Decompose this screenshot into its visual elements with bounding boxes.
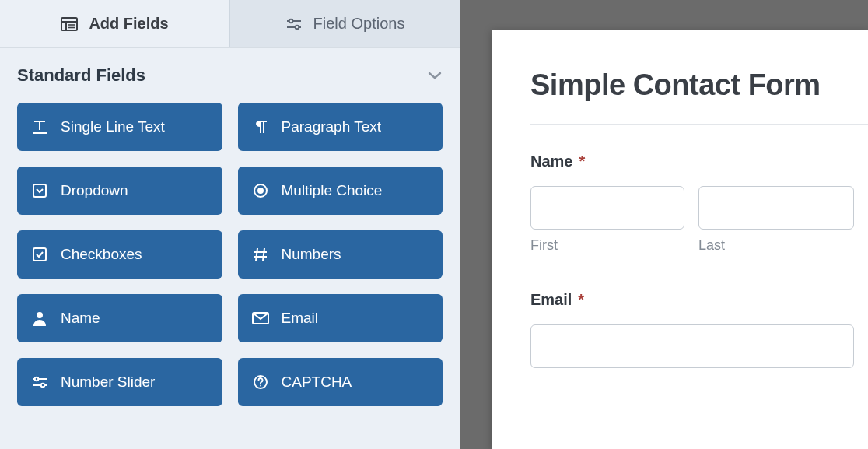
svg-rect-12 bbox=[33, 184, 46, 197]
form-icon bbox=[61, 17, 78, 31]
svg-point-6 bbox=[289, 19, 292, 23]
field-label: Name bbox=[61, 310, 100, 327]
radio-icon bbox=[252, 182, 269, 199]
field-grid: Single Line Text Paragraph Text Dro bbox=[17, 103, 443, 422]
svg-point-23 bbox=[35, 377, 39, 381]
svg-line-16 bbox=[256, 248, 257, 261]
field-paragraph-text[interactable]: Paragraph Text bbox=[238, 103, 443, 151]
tab-label: Add Fields bbox=[89, 15, 168, 33]
standard-fields-section: Standard Fields Single Line Text bbox=[0, 48, 460, 422]
field-label: Numbers bbox=[282, 246, 341, 263]
svg-point-20 bbox=[37, 312, 43, 318]
required-mark: * bbox=[578, 291, 584, 309]
name-last-col: Last bbox=[698, 186, 854, 254]
field-name[interactable]: Name bbox=[17, 294, 222, 342]
field-label: Paragraph Text bbox=[282, 118, 382, 135]
svg-point-8 bbox=[295, 25, 299, 29]
field-number-slider[interactable]: Number Slider bbox=[17, 358, 222, 406]
sublabel-first: First bbox=[530, 237, 684, 254]
svg-point-25 bbox=[41, 384, 45, 388]
field-multiple-choice[interactable]: Multiple Choice bbox=[238, 167, 443, 215]
email-input[interactable] bbox=[530, 324, 854, 368]
tab-field-options[interactable]: Field Options bbox=[229, 0, 460, 47]
field-single-line-text[interactable]: Single Line Text bbox=[17, 103, 222, 151]
checkbox-icon bbox=[31, 246, 48, 263]
tab-label: Field Options bbox=[313, 15, 405, 33]
field-numbers[interactable]: Numbers bbox=[238, 230, 443, 279]
text-cursor-icon bbox=[31, 118, 48, 135]
required-mark: * bbox=[579, 153, 585, 170]
help-circle-icon bbox=[252, 374, 269, 391]
field-label: Number Slider bbox=[61, 374, 155, 391]
svg-line-17 bbox=[263, 248, 264, 261]
sliders-icon bbox=[285, 17, 303, 31]
sublabel-last: Last bbox=[698, 237, 854, 254]
form-field-email[interactable]: Email * bbox=[530, 291, 868, 368]
form-title: Simple Contact Form bbox=[530, 68, 868, 102]
tab-add-fields[interactable]: Add Fields bbox=[0, 0, 229, 47]
field-label: Dropdown bbox=[61, 182, 128, 199]
field-label: Checkboxes bbox=[61, 246, 142, 263]
field-captcha[interactable]: CAPTCHA bbox=[238, 358, 443, 406]
user-icon bbox=[31, 310, 48, 327]
field-checkboxes[interactable]: Checkboxes bbox=[17, 230, 222, 279]
envelope-icon bbox=[252, 310, 269, 327]
field-label: Single Line Text bbox=[61, 118, 165, 135]
section-title: Standard Fields bbox=[17, 65, 145, 86]
field-label: CAPTCHA bbox=[282, 374, 352, 391]
first-name-input[interactable] bbox=[530, 186, 684, 230]
hash-icon bbox=[252, 246, 269, 263]
field-label: Multiple Choice bbox=[282, 182, 383, 199]
form-preview[interactable]: Simple Contact Form Name * First Last Em… bbox=[492, 30, 868, 449]
name-inputs-row: First Last bbox=[530, 186, 868, 254]
panel-tabs: Add Fields Field Options bbox=[0, 0, 460, 48]
label-text: Email bbox=[530, 291, 572, 309]
svg-rect-0 bbox=[61, 18, 77, 30]
paragraph-icon bbox=[252, 118, 269, 135]
divider bbox=[530, 124, 868, 125]
svg-point-14 bbox=[258, 188, 263, 193]
svg-point-27 bbox=[260, 385, 261, 387]
sliders-icon bbox=[31, 374, 48, 391]
field-label: Email bbox=[282, 310, 319, 327]
dropdown-icon bbox=[31, 182, 48, 199]
section-header-standard-fields[interactable]: Standard Fields bbox=[17, 65, 443, 86]
form-field-name[interactable]: Name * First Last bbox=[530, 153, 868, 254]
fields-panel: Add Fields Field Options Standard Fields bbox=[0, 0, 460, 449]
field-label-name: Name * bbox=[530, 153, 868, 170]
svg-rect-15 bbox=[33, 248, 46, 261]
field-email[interactable]: Email bbox=[238, 294, 443, 342]
field-dropdown[interactable]: Dropdown bbox=[17, 167, 222, 215]
chevron-down-icon bbox=[427, 71, 443, 80]
last-name-input[interactable] bbox=[698, 186, 854, 230]
name-first-col: First bbox=[530, 186, 684, 254]
field-label-email: Email * bbox=[530, 291, 868, 309]
form-canvas: Simple Contact Form Name * First Last Em… bbox=[460, 0, 868, 449]
label-text: Name bbox=[530, 153, 572, 170]
